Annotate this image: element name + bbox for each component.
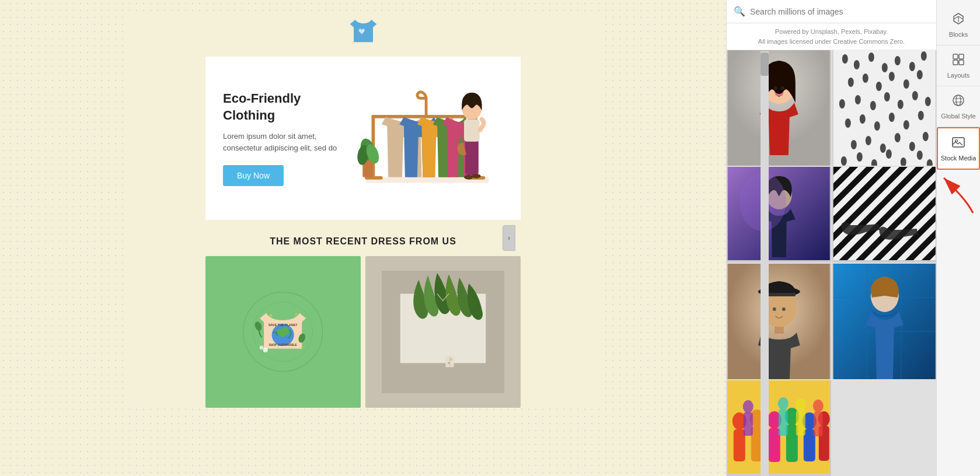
blocks-icon xyxy=(951,12,965,29)
svg-point-69 xyxy=(922,132,928,141)
svg-point-43 xyxy=(909,62,915,71)
svg-point-27 xyxy=(260,345,264,349)
svg-rect-121 xyxy=(953,54,958,59)
svg-point-44 xyxy=(920,51,926,61)
svg-text:✦: ✦ xyxy=(294,312,298,316)
svg-rect-82 xyxy=(833,167,935,260)
search-input[interactable] xyxy=(750,7,929,16)
svg-point-73 xyxy=(885,149,891,159)
svg-point-35 xyxy=(774,86,777,90)
svg-point-75 xyxy=(916,150,922,160)
svg-point-13 xyxy=(464,175,473,180)
image-cell-diagonal-bw[interactable] xyxy=(832,167,937,262)
svg-point-64 xyxy=(850,140,856,149)
svg-point-49 xyxy=(903,79,909,89)
panel-scrollthumb[interactable] xyxy=(761,52,769,76)
svg-point-58 xyxy=(845,118,850,128)
svg-rect-118 xyxy=(796,411,805,436)
svg-point-53 xyxy=(870,101,876,110)
product-item-2[interactable]: ✿ xyxy=(365,256,521,408)
svg-rect-12 xyxy=(464,120,480,142)
sidebar-tool-blocks[interactable]: Blocks xyxy=(937,5,980,46)
product-grid: SAVE THE PLANET SHOP SUSTAINABLE ✦ ✦ ✦ xyxy=(205,256,521,408)
image-cell-aerial-bw[interactable] xyxy=(832,50,937,166)
global-style-label: Global Style xyxy=(941,113,975,120)
svg-point-117 xyxy=(796,398,806,411)
svg-point-55 xyxy=(897,100,903,109)
search-icon: 🔍 xyxy=(734,6,745,17)
image-cell-crowd-colorful[interactable] xyxy=(727,380,831,476)
svg-rect-110 xyxy=(804,429,815,461)
svg-point-41 xyxy=(881,63,887,72)
svg-point-38 xyxy=(842,54,848,64)
svg-text:✿: ✿ xyxy=(448,362,450,365)
image-cell-young-man[interactable] xyxy=(727,264,831,379)
tshirt-header-icon xyxy=(347,18,379,52)
buy-now-button[interactable]: Buy Now xyxy=(223,165,284,186)
svg-point-86 xyxy=(773,307,776,311)
global-style-icon xyxy=(951,93,965,110)
image-cell-blue-jacket[interactable] xyxy=(832,264,937,379)
section-heading: THE MOST RECENT DRESS FROM US xyxy=(270,236,456,247)
svg-point-56 xyxy=(912,91,918,100)
hero-description: Lorem ipsum dolor sit amet, consectetur … xyxy=(223,131,340,153)
sidebar-tool-stock-media[interactable]: Stock Media xyxy=(937,127,980,170)
svg-point-61 xyxy=(888,113,894,122)
svg-point-46 xyxy=(862,74,868,83)
svg-rect-124 xyxy=(959,60,964,65)
svg-point-36 xyxy=(781,86,784,90)
svg-point-115 xyxy=(778,397,789,410)
svg-point-42 xyxy=(894,56,900,65)
sidebar-tool-global-style[interactable]: Global Style xyxy=(937,86,980,127)
svg-point-126 xyxy=(956,95,961,106)
svg-point-125 xyxy=(953,95,964,106)
email-canvas: Eco-Friendly Clothing Lorem ipsum dolor … xyxy=(124,12,602,408)
powered-by-text: Powered by Unsplash, Pexels, Pixabay. Al… xyxy=(727,23,936,50)
svg-point-26 xyxy=(263,348,268,352)
svg-point-45 xyxy=(848,78,853,87)
svg-point-14 xyxy=(472,174,480,178)
svg-point-68 xyxy=(909,142,915,151)
svg-point-52 xyxy=(855,95,860,104)
hero-title: Eco-Friendly Clothing xyxy=(223,90,340,124)
svg-point-48 xyxy=(888,72,894,81)
stock-media-label: Stock Media xyxy=(941,155,976,162)
svg-point-59 xyxy=(859,114,865,124)
svg-point-70 xyxy=(841,156,846,166)
image-cell-woman-red[interactable] xyxy=(727,50,831,166)
svg-point-54 xyxy=(884,92,890,102)
svg-rect-123 xyxy=(953,60,958,65)
svg-point-62 xyxy=(903,120,909,130)
svg-point-119 xyxy=(813,400,824,412)
svg-point-50 xyxy=(916,70,922,79)
stock-media-icon xyxy=(951,135,965,152)
panel-scrolltrack[interactable] xyxy=(761,51,769,476)
sidebar-tool-layouts[interactable]: Layouts xyxy=(937,46,980,86)
svg-point-71 xyxy=(856,152,862,162)
clothing-illustration xyxy=(351,74,503,202)
layouts-label: Layouts xyxy=(947,72,970,79)
svg-text:✦: ✦ xyxy=(268,312,273,318)
svg-point-87 xyxy=(782,307,786,311)
right-sidebar: Blocks Layouts Global Style xyxy=(936,0,980,476)
layouts-icon xyxy=(951,52,965,69)
svg-text:SAVE THE PLANET: SAVE THE PLANET xyxy=(268,323,298,327)
red-arrow-annotation xyxy=(938,172,979,219)
svg-point-66 xyxy=(880,144,885,153)
svg-rect-122 xyxy=(959,54,964,59)
svg-point-60 xyxy=(874,121,880,131)
svg-rect-127 xyxy=(953,138,964,147)
svg-rect-114 xyxy=(744,412,753,436)
collapse-panel-button[interactable]: › xyxy=(503,225,515,251)
svg-point-39 xyxy=(853,60,859,69)
product-item-1[interactable]: SAVE THE PLANET SHOP SUSTAINABLE ✦ ✦ ✦ xyxy=(205,256,361,408)
hero-text: Eco-Friendly Clothing Lorem ipsum dolor … xyxy=(223,90,340,186)
svg-point-113 xyxy=(743,400,754,413)
svg-rect-116 xyxy=(779,410,788,436)
svg-text:✦: ✦ xyxy=(300,345,304,349)
svg-point-63 xyxy=(918,111,923,120)
image-cell-woman-purple[interactable] xyxy=(727,167,831,262)
svg-rect-120 xyxy=(814,412,823,436)
svg-text:SHOP SUSTAINABLE: SHOP SUSTAINABLE xyxy=(269,344,297,346)
canvas-area: Eco-Friendly Clothing Lorem ipsum dolor … xyxy=(0,0,726,476)
